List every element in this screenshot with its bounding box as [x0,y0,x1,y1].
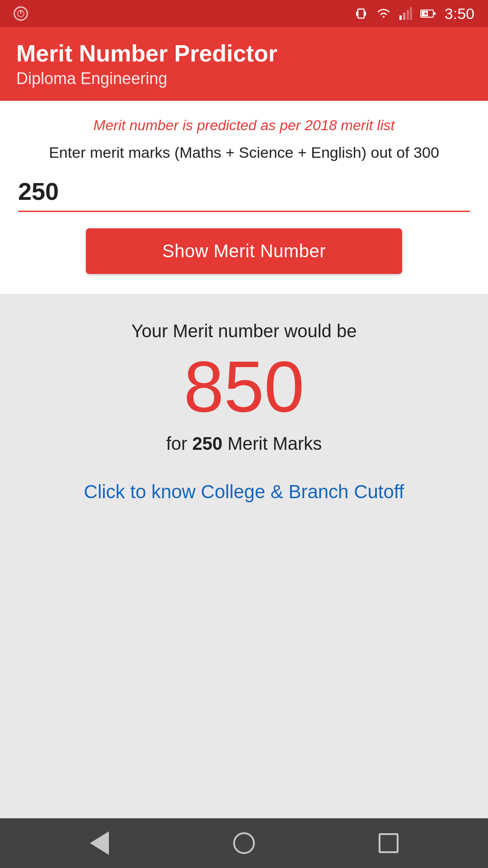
result-marks-label: for 250 Merit Marks [166,434,322,454]
merit-number-display: 850 [184,350,305,423]
marks-value: 250 [192,434,223,453]
svg-rect-7 [407,10,409,20]
marks-input-wrapper[interactable] [18,177,470,212]
svg-rect-11 [434,12,436,15]
wifi-icon [376,8,391,19]
card-notice: Merit number is predicted as per 2018 me… [18,117,470,134]
status-left-icons [14,6,28,21]
back-icon [90,831,109,855]
svg-rect-5 [399,15,402,20]
marks-input[interactable] [18,177,470,205]
app-subtitle: Diploma Engineering [16,69,472,88]
status-right-icons: 3:50 [354,5,474,23]
recents-icon [379,833,399,853]
status-time: 3:50 [445,5,474,23]
result-section: Your Merit number would be 850 for 250 M… [0,294,488,818]
svg-rect-3 [356,11,357,16]
marks-suffix: Merit Marks [222,434,322,453]
signal-icon [399,7,412,20]
status-bar: 3:50 [0,0,488,27]
cutoff-link[interactable]: Click to know College & Branch Cutoff [84,481,404,503]
main-card: Merit number is predicted as per 2018 me… [0,101,488,294]
nav-home-button[interactable] [230,830,258,857]
nav-bar [0,818,488,868]
svg-rect-8 [410,7,412,20]
app-title: Merit Number Predictor [16,41,472,66]
marks-prefix: for [166,434,192,453]
battery-icon [420,9,436,19]
nav-recents-button[interactable] [375,830,402,857]
result-label: Your Merit number would be [131,321,357,341]
svg-rect-4 [365,11,366,16]
vibrate-icon [354,7,368,20]
app-header: Merit Number Predictor Diploma Engineeri… [0,27,488,101]
nav-back-button[interactable] [86,830,113,857]
card-description: Enter merit marks (Maths + Science + Eng… [18,142,470,164]
svg-rect-2 [358,9,364,18]
home-icon [233,832,255,854]
show-merit-button[interactable]: Show Merit Number [86,228,402,274]
app-status-icon [14,6,28,21]
svg-rect-6 [403,13,405,20]
